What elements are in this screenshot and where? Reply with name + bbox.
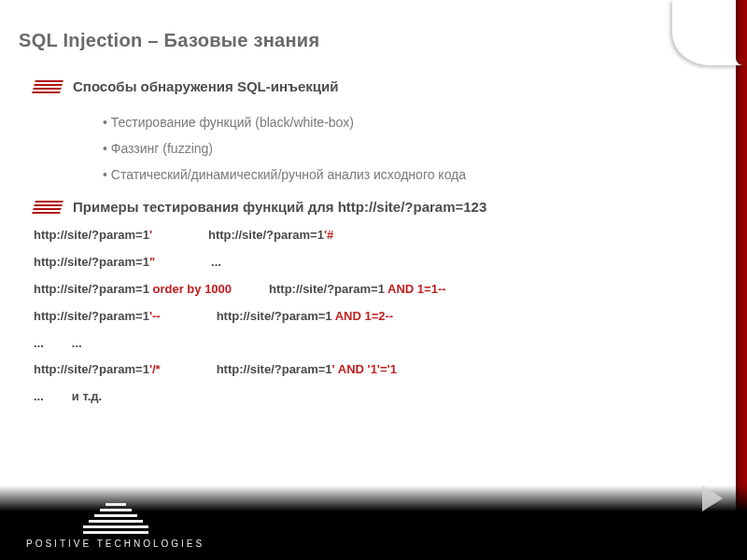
example-row: ... и т.д. — [34, 389, 710, 405]
example-row: ... ... — [34, 336, 710, 352]
example-cell: http://site/?param=1 AND 1=2-- — [217, 309, 394, 325]
example-row: http://site/?param=1 order by 1000 http:… — [34, 282, 710, 298]
example-row: http://site/?param=1" ... — [34, 255, 710, 271]
example-cell: http://site/?param=1 order by 1000 — [34, 282, 232, 298]
example-cell: http://site/?param=1'/* — [34, 362, 161, 378]
example-suffix: " — [149, 255, 155, 269]
example-cell: ... — [34, 336, 44, 352]
stripe-bullet-icon — [34, 201, 62, 214]
example-base: http://site/?param=1 — [34, 228, 149, 242]
example-base: http://site/?param=1 — [34, 255, 149, 269]
example-cell: http://site/?param=1' AND '1'='1 — [217, 362, 397, 378]
next-arrow-icon[interactable] — [702, 485, 723, 511]
example-cell: http://site/?param=1" — [34, 255, 155, 271]
example-cell: http://site/?param=1' — [34, 228, 152, 244]
example-row: http://site/?param=1'-- http://site/?par… — [34, 309, 710, 325]
section2-heading: Примеры тестирования функций для http://… — [73, 199, 486, 215]
example-base: http://site/?param=1 — [208, 228, 324, 242]
slide: SQL Injection – Базовые знания Способы о… — [0, 0, 747, 560]
example-base: http://site/?param=1 — [34, 309, 149, 323]
section-heading-row: Примеры тестирования функций для http://… — [34, 199, 710, 215]
section-heading-row: Способы обнаружения SQL-инъекций — [34, 78, 710, 94]
section1-heading: Способы обнаружения SQL-инъекций — [73, 78, 338, 94]
example-base: http://site/?param=1 — [217, 362, 332, 376]
example-base: http://site/?param=1 — [34, 362, 149, 376]
company-logo: POSITIVE TECHNOLOGIES — [26, 503, 204, 549]
side-stripe — [736, 0, 747, 560]
example-base: http://site/?param=1 — [217, 309, 332, 323]
example-suffix: AND 1=1-- — [385, 282, 446, 296]
footer: POSITIVE TECHNOLOGIES — [0, 485, 747, 560]
example-cell: http://site/?param=1'-- — [34, 309, 161, 325]
example-cell: ... — [34, 389, 44, 405]
example-base: http://site/?param=1 — [34, 282, 149, 296]
example-cell: и т.д. — [72, 389, 102, 405]
list-item: Фаззинг (fuzzing) — [103, 141, 710, 156]
page-title: SQL Injection – Базовые знания — [19, 30, 319, 51]
list-item: Тестирование функций (black/white-box) — [103, 115, 710, 130]
example-cell: ... — [211, 255, 221, 271]
example-suffix: ' — [149, 228, 152, 242]
section1-list: Тестирование функций (black/white-box) Ф… — [103, 115, 710, 182]
list-item: Статический/динамический/ручной анализ и… — [103, 167, 710, 182]
example-suffix: order by 1000 — [149, 282, 232, 296]
example-cell: ... — [72, 336, 82, 352]
content-area: Способы обнаружения SQL-инъекций Тестиро… — [34, 78, 710, 416]
corner-fold — [672, 0, 747, 65]
example-suffix: '# — [324, 228, 333, 242]
logo-text: POSITIVE TECHNOLOGIES — [26, 539, 204, 549]
examples-block: http://site/?param=1' http://site/?param… — [34, 228, 710, 405]
example-suffix: '-- — [149, 309, 161, 323]
example-suffix: ' AND '1'='1 — [332, 362, 397, 376]
example-row: http://site/?param=1' http://site/?param… — [34, 228, 710, 244]
example-row: http://site/?param=1'/* http://site/?par… — [34, 362, 710, 378]
logo-icon — [83, 503, 148, 535]
example-base: http://site/?param=1 — [269, 282, 385, 296]
example-cell: http://site/?param=1 AND 1=1-- — [269, 282, 446, 298]
example-cell: http://site/?param=1'# — [208, 228, 333, 244]
stripe-bullet-icon — [34, 80, 62, 93]
example-suffix: AND 1=2-- — [332, 309, 394, 323]
example-suffix: '/* — [149, 362, 161, 376]
